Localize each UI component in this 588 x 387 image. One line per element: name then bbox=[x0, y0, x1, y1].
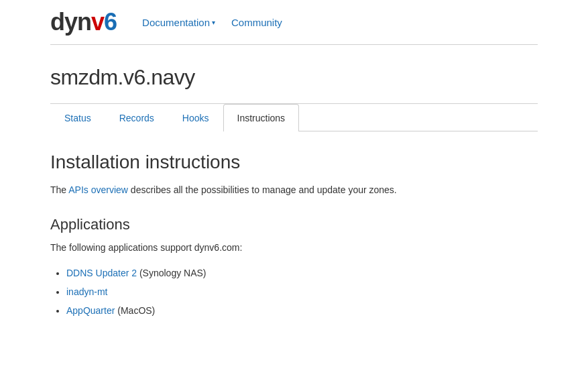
main-content: Installation instructions The APIs overv… bbox=[50, 131, 538, 340]
tab-records[interactable]: Records bbox=[105, 104, 168, 131]
list-item: DDNS Updater 2 (Synology NAS) bbox=[66, 264, 538, 282]
documentation-label: Documentation bbox=[142, 17, 210, 28]
applications-list: DDNS Updater 2 (Synology NAS) inadyn-mt … bbox=[50, 264, 538, 320]
list-item: inadyn-mt bbox=[66, 282, 538, 301]
apis-overview-link[interactable]: APIs overview bbox=[68, 184, 128, 195]
documentation-arrow: ▾ bbox=[212, 19, 215, 26]
installation-title: Installation instructions bbox=[50, 152, 538, 173]
logo-v: v bbox=[91, 8, 104, 36]
desc-prefix: The bbox=[50, 184, 68, 195]
tabs-container: Status Records Hooks Instructions bbox=[50, 104, 538, 131]
main-nav: Documentation ▾ Community bbox=[137, 14, 288, 31]
tab-status[interactable]: Status bbox=[50, 104, 105, 131]
logo-6: 6 bbox=[104, 8, 117, 36]
documentation-nav-item[interactable]: Documentation ▾ bbox=[137, 14, 221, 31]
app-link-ddns[interactable]: DDNS Updater 2 bbox=[66, 268, 137, 278]
app-link-inadyn[interactable]: inadyn-mt bbox=[66, 286, 107, 297]
tab-instructions[interactable]: Instructions bbox=[223, 104, 300, 131]
community-nav-item[interactable]: Community bbox=[226, 14, 288, 31]
apps-description: The following applications support dynv6… bbox=[50, 240, 538, 255]
logo-dyn: dyn bbox=[50, 8, 91, 36]
page-content: smzdm.v6.navy Status Records Hooks Instr… bbox=[0, 45, 588, 340]
list-item: AppQuarter (MacOS) bbox=[66, 301, 538, 320]
app-platform-appquarter: (MacOS) bbox=[115, 305, 155, 316]
tab-hooks[interactable]: Hooks bbox=[168, 104, 223, 131]
applications-title: Applications bbox=[50, 216, 538, 233]
header: dynv6 Documentation ▾ Community bbox=[0, 0, 588, 44]
installation-description: The APIs overview describes all the poss… bbox=[50, 182, 538, 197]
desc-suffix: describes all the possibilities to manag… bbox=[128, 184, 397, 195]
logo: dynv6 bbox=[50, 8, 117, 36]
page-title: smzdm.v6.navy bbox=[50, 45, 538, 103]
app-platform-ddns: (Synology NAS) bbox=[137, 268, 206, 278]
app-link-appquarter[interactable]: AppQuarter bbox=[66, 305, 115, 316]
